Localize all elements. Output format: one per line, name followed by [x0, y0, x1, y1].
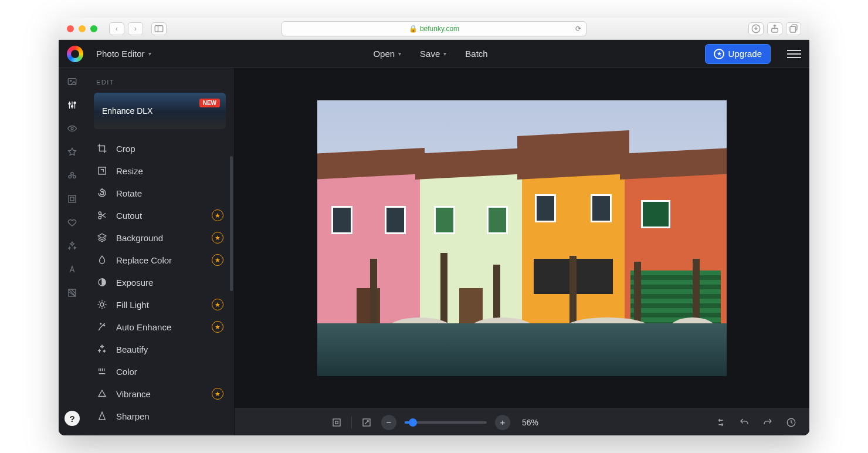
premium-star-icon: ★ [212, 321, 223, 333]
zoom-slider[interactable] [405, 421, 487, 424]
rail-overlays[interactable] [66, 239, 79, 252]
scrollbar[interactable] [230, 156, 233, 291]
browser-window: ‹ › 🔒 befunky.com ⟳ Ph [59, 18, 809, 435]
zoom-out-button[interactable]: − [381, 415, 396, 430]
background-icon [96, 232, 108, 244]
feature-enhance-dlx[interactable]: Enhance DLX NEW [94, 93, 226, 129]
chevron-down-icon: ▾ [443, 50, 446, 57]
tool-color[interactable]: Color [86, 360, 234, 383]
upgrade-button[interactable]: ★ Upgrade [705, 44, 771, 64]
tool-background[interactable]: Background★ [86, 226, 234, 249]
history-button[interactable] [785, 416, 798, 429]
rail-artsy[interactable] [66, 169, 79, 182]
tool-cutout[interactable]: Cutout★ [86, 204, 234, 226]
premium-star-icon: ★ [212, 209, 223, 221]
batch-button[interactable]: Batch [460, 45, 492, 62]
rail-frames[interactable] [66, 192, 79, 205]
chevron-down-icon: ▾ [148, 50, 151, 57]
fill-light-icon [96, 299, 108, 310]
tool-label: Rotate [116, 188, 142, 198]
lock-icon: 🔒 [409, 25, 418, 33]
undo-button[interactable] [738, 416, 751, 429]
help-label: ? [69, 414, 74, 424]
browser-forward-button[interactable]: › [128, 22, 143, 35]
resize-icon [96, 165, 108, 177]
tool-label: Replace Color [116, 255, 172, 265]
traffic-lights [67, 25, 97, 32]
tool-sharpen[interactable]: Sharpen [86, 405, 234, 427]
tool-label: Color [116, 367, 137, 377]
bottom-bar: − + 56% [235, 408, 809, 435]
browser-refresh-button[interactable]: ⟳ [575, 25, 581, 33]
actual-size-button[interactable] [360, 416, 373, 429]
photo [317, 100, 727, 376]
zoom-in-button[interactable]: + [495, 415, 510, 430]
browser-sidebar-button[interactable] [151, 22, 167, 35]
tool-vibrance[interactable]: Vibrance★ [86, 383, 234, 405]
browser-tabs-button[interactable] [786, 22, 801, 35]
tool-beautify[interactable]: Beautify [86, 338, 234, 360]
svg-point-13 [73, 175, 76, 178]
browser-nav: ‹ › [109, 22, 143, 35]
cutout-icon [96, 209, 108, 221]
rail-text[interactable] [66, 263, 79, 276]
fit-screen-button[interactable] [330, 416, 343, 429]
chevron-down-icon: ▾ [398, 50, 401, 57]
feature-label: Enhance DLX [102, 106, 152, 116]
rail-favorites[interactable] [66, 146, 79, 158]
browser-back-button[interactable]: ‹ [109, 22, 124, 35]
rail-graphics[interactable] [66, 216, 79, 229]
replace-color-icon [96, 254, 108, 266]
tool-auto-enhance[interactable]: Auto Enhance★ [86, 316, 234, 338]
redo-button[interactable] [761, 416, 774, 429]
new-badge: NEW [199, 99, 220, 107]
rail-image[interactable] [66, 75, 79, 88]
tool-exposure[interactable]: Exposure [86, 271, 234, 293]
tool-crop[interactable]: Crop [86, 137, 234, 160]
color-icon [96, 366, 108, 377]
compare-button[interactable] [714, 416, 727, 429]
panel-heading: EDIT [86, 68, 234, 93]
tool-label: Sharpen [116, 411, 150, 421]
open-dropdown[interactable]: Open ▾ [368, 45, 406, 62]
tool-rotate[interactable]: Rotate [86, 182, 234, 204]
tool-rail: ? [59, 68, 86, 435]
canvas[interactable] [235, 68, 809, 408]
browser-url: befunky.com [420, 25, 459, 33]
tool-resize[interactable]: Resize [86, 160, 234, 182]
tools-list: CropResizeRotateCutout★Background★Replac… [86, 135, 234, 435]
svg-point-12 [69, 175, 72, 178]
browser-downloads-button[interactable] [748, 22, 764, 35]
premium-star-icon: ★ [212, 232, 223, 244]
menu-button[interactable] [787, 50, 801, 58]
save-dropdown[interactable]: Save ▾ [415, 45, 451, 62]
browser-address-bar[interactable]: 🔒 befunky.com ⟳ [282, 21, 586, 36]
tool-label: Cutout [116, 211, 142, 221]
tool-label: Vibrance [116, 389, 151, 399]
browser-share-button[interactable] [767, 22, 782, 35]
help-button[interactable]: ? [65, 411, 80, 426]
tool-label: Crop [116, 144, 135, 154]
svg-point-11 [71, 173, 74, 175]
mode-dropdown[interactable]: Photo Editor ▾ [91, 45, 156, 62]
svg-rect-0 [155, 25, 163, 32]
app-topbar: Photo Editor ▾ Open ▾ Save ▾ Batch ★ Upg… [59, 40, 809, 68]
window-zoom-button[interactable] [90, 25, 97, 32]
tool-fill-light[interactable]: Fill Light★ [86, 293, 234, 316]
save-label: Save [420, 49, 440, 59]
tool-label: Exposure [116, 278, 153, 288]
tool-label: Beautify [116, 344, 148, 354]
auto-enhance-icon [96, 321, 108, 333]
svg-point-6 [70, 80, 72, 81]
window-minimize-button[interactable] [79, 25, 86, 32]
app-logo[interactable] [67, 46, 83, 62]
rail-edit[interactable] [66, 99, 79, 111]
window-close-button[interactable] [67, 25, 74, 32]
rail-effects[interactable] [66, 122, 79, 135]
mode-label: Photo Editor [96, 49, 145, 59]
edit-panel: EDIT Enhance DLX NEW CropResizeRotateCut… [86, 68, 235, 435]
sharpen-icon [96, 410, 108, 422]
tool-replace-color[interactable]: Replace Color★ [86, 249, 234, 271]
rotate-icon [96, 187, 108, 199]
rail-textures[interactable] [66, 286, 79, 299]
